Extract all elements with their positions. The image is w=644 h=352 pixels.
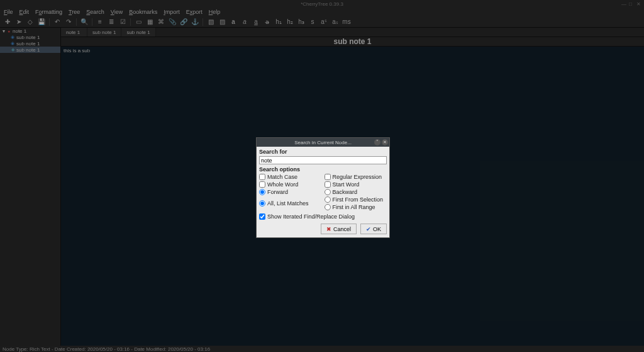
search-options-label: Search options	[259, 166, 387, 173]
opt-all-matches[interactable]: All, List Matches	[259, 196, 322, 210]
ok-icon: ✔	[366, 226, 371, 232]
opt-backward[interactable]: Backward	[325, 189, 387, 195]
cancel-icon: ✖	[326, 226, 331, 232]
opt-first-in-range[interactable]: First in All Range	[325, 204, 387, 210]
dialog-title-text: Search in Current Node...	[294, 140, 352, 145]
checkbox-show-iterated[interactable]	[259, 213, 265, 220]
opt-show-iterated[interactable]: Show Iterated Find/Replace Dialog	[259, 213, 387, 220]
opt-match-case[interactable]: Match Case	[259, 174, 322, 180]
radio-all-matches[interactable]	[259, 200, 265, 207]
opt-start-word[interactable]: Start Word	[325, 181, 387, 188]
checkbox-regex[interactable]	[325, 174, 331, 180]
checkbox-start-word[interactable]	[325, 181, 331, 188]
search-input[interactable]	[259, 156, 387, 164]
dialog-titlebar[interactable]: Search in Current Node... ˅ ✕	[257, 138, 389, 147]
checkbox-match-case[interactable]	[259, 174, 265, 180]
dialog-close-icon[interactable]: ✕	[382, 139, 388, 145]
radio-first-from-sel[interactable]	[325, 196, 331, 203]
radio-first-in-range[interactable]	[325, 204, 331, 210]
search-dialog: Search in Current Node... ˅ ✕ Search for…	[256, 137, 390, 238]
search-for-label: Search for	[259, 149, 387, 155]
dialog-minimize-icon[interactable]: ˅	[374, 139, 380, 145]
radio-backward[interactable]	[325, 189, 331, 195]
checkbox-whole-word[interactable]	[259, 181, 265, 188]
opt-regex[interactable]: Regular Expression	[325, 174, 387, 180]
radio-forward[interactable]	[259, 189, 265, 195]
opt-forward[interactable]: Forward	[259, 189, 322, 195]
opt-first-from-sel[interactable]: First From Selection	[325, 196, 387, 203]
opt-whole-word[interactable]: Whole Word	[259, 181, 322, 188]
cancel-button[interactable]: ✖Cancel	[321, 224, 357, 234]
ok-button[interactable]: ✔OK	[360, 224, 387, 234]
